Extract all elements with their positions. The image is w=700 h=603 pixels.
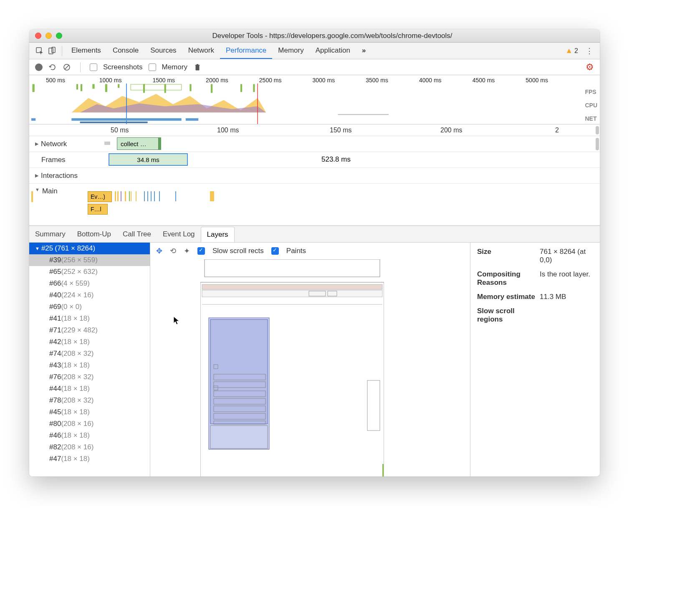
layer-item[interactable]: #42(18 × 18) bbox=[29, 336, 150, 348]
svg-rect-5 bbox=[33, 84, 34, 92]
overview-chart[interactable]: 500 ms1000 ms1500 ms2000 ms2500 ms3000 m… bbox=[29, 75, 600, 124]
layer-item[interactable]: #43(18 × 18) bbox=[29, 360, 150, 371]
dtab-call-tree[interactable]: Call Tree bbox=[117, 227, 157, 242]
svg-rect-31 bbox=[136, 191, 136, 201]
zoom-button[interactable] bbox=[56, 33, 62, 39]
info-size-val: 761 × 8264 (at 0,0) bbox=[540, 248, 593, 264]
layer-item[interactable]: #41(18 × 18) bbox=[29, 313, 150, 324]
svg-rect-29 bbox=[129, 191, 130, 201]
scrollbar[interactable] bbox=[596, 126, 599, 134]
svg-rect-34 bbox=[151, 191, 152, 201]
info-comp-val: Is the root layer. bbox=[540, 270, 593, 287]
disclosure-icon: ▶ bbox=[35, 141, 38, 147]
track-frames[interactable]: Frames 34.8 ms 523.8 ms bbox=[29, 152, 600, 168]
svg-rect-7 bbox=[81, 84, 82, 91]
info-mem-key: Memory estimate bbox=[477, 293, 540, 301]
clear-button[interactable] bbox=[63, 63, 71, 71]
memory-checkbox[interactable] bbox=[149, 63, 156, 71]
tab-sources[interactable]: Sources bbox=[144, 43, 182, 59]
svg-rect-37 bbox=[175, 191, 176, 201]
svg-rect-30 bbox=[131, 191, 131, 201]
layer-item[interactable]: #44(18 × 18) bbox=[29, 383, 150, 395]
layer-item[interactable]: #39(256 × 559) bbox=[29, 254, 150, 266]
slow-rects-checkbox[interactable] bbox=[197, 247, 205, 255]
layers-panel: ▼#25(761 × 8264)#39(256 × 559)#65(252 × … bbox=[29, 243, 600, 476]
layer-item[interactable]: #40(224 × 16) bbox=[29, 289, 150, 301]
perf-toolbar: Screenshots Memory ⚙ bbox=[29, 59, 600, 75]
overview-graph bbox=[29, 84, 579, 124]
svg-rect-11 bbox=[131, 84, 182, 90]
tab-application[interactable]: Application bbox=[310, 43, 356, 59]
svg-rect-13 bbox=[164, 84, 166, 93]
device-toolbar-icon[interactable] bbox=[46, 45, 58, 57]
svg-rect-27 bbox=[121, 191, 121, 201]
track-network[interactable]: ▶Network collect … bbox=[29, 136, 600, 152]
track-main[interactable]: ▼Main Ev…) F…l bbox=[29, 184, 600, 225]
svg-rect-20 bbox=[31, 118, 35, 121]
svg-rect-59 bbox=[382, 464, 384, 476]
layer-item[interactable]: #71(229 × 482) bbox=[29, 324, 150, 336]
event-bar[interactable]: Ev…) bbox=[88, 191, 112, 202]
rotate-icon[interactable]: ⟲ bbox=[170, 246, 176, 256]
tab-overflow[interactable]: » bbox=[356, 43, 371, 59]
inspect-icon[interactable] bbox=[33, 45, 46, 57]
minimize-button[interactable] bbox=[45, 33, 52, 39]
layer-item[interactable]: #76(208 × 32) bbox=[29, 371, 150, 383]
layer-item[interactable]: #69(0 × 0) bbox=[29, 301, 150, 313]
layer-item[interactable]: #65(252 × 632) bbox=[29, 266, 150, 278]
disclosure-icon: ▼ bbox=[35, 187, 40, 192]
svg-rect-32 bbox=[144, 191, 145, 201]
layer-item[interactable]: #74(208 × 32) bbox=[29, 348, 150, 360]
pan-icon[interactable]: ✥ bbox=[156, 246, 162, 256]
tab-console[interactable]: Console bbox=[107, 43, 144, 59]
event-bar[interactable]: F…l bbox=[88, 204, 108, 215]
layer-item[interactable]: #82(208 × 16) bbox=[29, 441, 150, 453]
tab-elements[interactable]: Elements bbox=[66, 43, 107, 59]
dtab-bottom-up[interactable]: Bottom-Up bbox=[71, 227, 117, 242]
tab-memory[interactable]: Memory bbox=[272, 43, 309, 59]
dtab-summary[interactable]: Summary bbox=[29, 227, 71, 242]
reload-button[interactable] bbox=[48, 63, 57, 71]
svg-rect-23 bbox=[80, 122, 148, 123]
svg-rect-21 bbox=[71, 118, 181, 121]
svg-rect-9 bbox=[105, 84, 107, 92]
reset-icon[interactable]: ✦ bbox=[184, 246, 190, 256]
layer-tree[interactable]: ▼#25(761 × 8264)#39(256 × 559)#65(252 × … bbox=[29, 243, 150, 476]
main-tabbar: Elements Console Sources Network Perform… bbox=[29, 43, 600, 59]
warning-badge[interactable]: ▲ 2 bbox=[565, 46, 578, 55]
screenshots-checkbox[interactable] bbox=[90, 63, 97, 71]
paints-checkbox[interactable] bbox=[271, 247, 279, 255]
overview-labels: FPS CPU NET bbox=[585, 85, 597, 125]
devtools-window: Developer Tools - https://developers.goo… bbox=[29, 29, 600, 476]
track-interactions[interactable]: ▶Interactions bbox=[29, 168, 600, 184]
layer-item[interactable]: #66(4 × 559) bbox=[29, 278, 150, 289]
layer-item[interactable]: #78(208 × 32) bbox=[29, 395, 150, 406]
trash-icon[interactable] bbox=[193, 63, 202, 71]
viz-canvas[interactable] bbox=[150, 259, 470, 476]
scrollbar[interactable] bbox=[596, 138, 599, 150]
panel-tabs: Elements Console Sources Network Perform… bbox=[66, 43, 371, 59]
frame-chip[interactable]: 34.8 ms bbox=[109, 153, 188, 166]
network-chip[interactable]: collect … bbox=[117, 137, 159, 150]
svg-rect-22 bbox=[186, 118, 198, 121]
layer-item[interactable]: #47(18 × 18) bbox=[29, 453, 150, 465]
layer-item[interactable]: #45(18 × 18) bbox=[29, 406, 150, 418]
layer-item[interactable]: ▼#25(761 × 8264) bbox=[29, 243, 150, 254]
info-mem-val: 11.3 MB bbox=[540, 293, 593, 301]
viz-toolbar: ✥ ⟲ ✦ Slow scroll rects Paints bbox=[150, 243, 470, 259]
kebab-menu-icon[interactable]: ⋮ bbox=[583, 45, 596, 57]
layer-item[interactable]: #46(18 × 18) bbox=[29, 430, 150, 441]
close-button[interactable] bbox=[35, 33, 41, 39]
dtab-event-log[interactable]: Event Log bbox=[157, 227, 201, 242]
svg-rect-14 bbox=[190, 84, 191, 91]
tab-network[interactable]: Network bbox=[182, 43, 220, 59]
titlebar: Developer Tools - https://developers.goo… bbox=[29, 29, 600, 43]
svg-rect-16 bbox=[241, 84, 242, 92]
record-button[interactable] bbox=[35, 63, 43, 71]
dtab-layers[interactable]: Layers bbox=[201, 227, 235, 242]
tab-performance[interactable]: Performance bbox=[220, 43, 272, 59]
layer-item[interactable]: #80(208 × 16) bbox=[29, 418, 150, 430]
flame-ruler[interactable]: 50 ms 100 ms 150 ms 200 ms 2 bbox=[29, 124, 600, 136]
info-comp-key: Compositing Reasons bbox=[477, 270, 540, 287]
settings-gear-icon[interactable]: ⚙ bbox=[586, 62, 594, 73]
